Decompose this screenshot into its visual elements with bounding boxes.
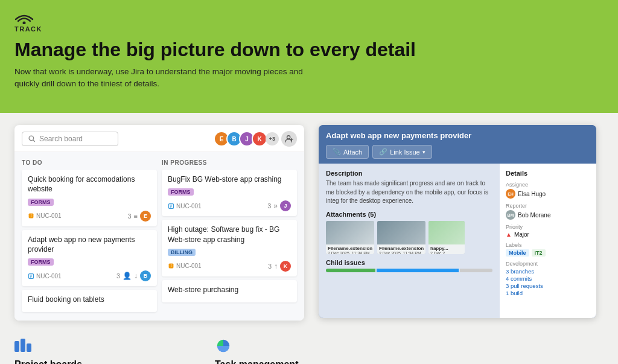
inprogress-column: IN PROGRESS BugFix BG Web-store app cras… [159, 157, 299, 316]
task-icons: 3 ≡ E [127, 211, 151, 222]
progress-bars [326, 269, 492, 272]
task-title: Fluid booking on tablets [28, 295, 151, 304]
attachment-thumb-3: happy... 2 Dec 2... [428, 221, 465, 254]
svg-rect-18 [14, 341, 19, 352]
dev-commits: 4 commits [506, 275, 590, 282]
child-issues-label: Child issues [326, 259, 492, 266]
task-tag: FORMS [168, 188, 194, 196]
attachment-thumb-2: Filename.extension 2 Dec 2025, 11:34 PM [377, 221, 425, 254]
link-issue-button[interactable]: 🔗 Link Issue ▾ [372, 145, 432, 159]
board-card: Search board E B J K +3 [14, 125, 304, 321]
warning-icon: ! [168, 263, 174, 269]
board-header: Search board E B J K +3 [14, 125, 304, 152]
svg-rect-20 [27, 343, 31, 352]
task-avatar: B [140, 270, 151, 281]
assignee-value: EH Elsa Hugo [506, 189, 590, 199]
detail-actions: 📎 Attach 🔗 Link Issue ▾ [326, 145, 589, 159]
detail-body: Description The team has made significan… [319, 164, 596, 318]
priority-name: Major [514, 231, 529, 238]
thumb-preview [377, 221, 425, 245]
task-card[interactable]: Quick booking for accomodations website … [22, 170, 157, 226]
link-icon: 🔗 [379, 148, 387, 156]
detail-main: Description The team has made significan… [319, 164, 500, 318]
thumb-preview [428, 221, 465, 245]
svg-text:!: ! [170, 264, 171, 268]
feature-boards-title: Project boards [14, 359, 82, 364]
task-meta: ! NUC-001 3 ↑ K [168, 261, 291, 272]
svg-point-0 [23, 22, 26, 25]
description-label: Description [326, 170, 492, 177]
progress-green [326, 269, 375, 272]
thumb-preview [326, 221, 374, 245]
inprogress-col-header: IN PROGRESS [162, 157, 297, 170]
assignee-name: Elsa Hugo [518, 191, 546, 197]
task-avatar: J [280, 200, 291, 211]
task-tag: FORMS [28, 258, 54, 266]
attach-icon: 📎 [333, 148, 341, 156]
task-card[interactable]: Adapt web app no new payments provider F… [22, 230, 157, 286]
search-box[interactable]: Search board [22, 132, 118, 146]
dev-builds: 1 build [506, 290, 590, 296]
avatar-plus: +3 [266, 132, 279, 145]
task-meta: ! NUC-001 3 ≡ E [28, 211, 151, 222]
priority-label: Priority [506, 224, 590, 230]
sidebar-reporter-row: Reporter BM Bob Morane [506, 203, 590, 220]
todo-column: TO DO Quick booking for accomodations we… [19, 157, 159, 316]
task-card[interactable]: BugFix BG Web-store app crashing FORMS N… [162, 170, 297, 216]
svg-line-2 [33, 140, 35, 142]
labels-label: Labels [506, 242, 590, 248]
reporter-name: Bob Morane [518, 212, 550, 219]
svg-rect-19 [21, 339, 25, 352]
feature-tasks: Task management [215, 339, 298, 364]
attachment-filename-3: happy... 2 Dec 2... [428, 244, 465, 254]
task-tag: BILLING [168, 249, 196, 256]
description-text: The team has made significant progress a… [326, 179, 492, 206]
sidebar-development-row: Development 3 branches 4 commits 3 pull … [506, 261, 590, 296]
task-card[interactable]: High outage: Software bug fix - BG Web-s… [162, 220, 297, 276]
task-meta: NUC-001 3 » J [168, 200, 291, 211]
reporter-label: Reporter [506, 203, 590, 209]
task-icons: 3 ↑ K [268, 261, 291, 272]
labels-value: Mobile IT2 [506, 249, 590, 257]
dev-branches: 3 branches [506, 268, 590, 275]
svg-point-3 [287, 136, 290, 139]
headline: Manage the big picture down to every det… [14, 39, 425, 61]
priority-icon: ▲ [506, 231, 512, 238]
subtext: Now that work is underway, use Jira to u… [14, 66, 328, 91]
task-title: BugFix BG Web-store app crashing [168, 174, 291, 184]
progress-gray [460, 269, 492, 272]
chevron-down-icon: ▾ [422, 149, 425, 155]
assignee-avatar: EH [506, 189, 515, 199]
feature-boards: Project boards [14, 339, 82, 364]
detail-sidebar: Details Assignee EH Elsa Hugo Reporter B… [500, 164, 596, 318]
tasks-icon [215, 339, 298, 357]
attachments-label: Attachments (5) [326, 211, 492, 218]
boards-icon [14, 339, 82, 357]
bottom-section: Search board E B J K +3 [0, 113, 618, 330]
task-avatar: K [280, 261, 291, 272]
task-card[interactable]: Web-store purchasing [162, 280, 297, 302]
board-columns: TO DO Quick booking for accomodations we… [14, 152, 304, 321]
priority-value: ▲ Major [506, 231, 590, 238]
label-mobile: Mobile [506, 249, 529, 257]
development-label: Development [506, 261, 590, 267]
detail-title: Adapt web app new payments provider [326, 131, 589, 140]
progress-blue [377, 269, 459, 272]
add-person-icon[interactable] [281, 131, 297, 147]
logo-area: TRACK [14, 11, 604, 33]
task-title: Quick booking for accomodations website [28, 174, 151, 194]
search-icon [28, 135, 36, 142]
attach-button[interactable]: 📎 Attach [326, 145, 369, 159]
sidebar-priority-row: Priority ▲ Major [506, 224, 590, 238]
task-id: ! NUC-001 [28, 212, 62, 219]
sidebar-labels-row: Labels Mobile IT2 [506, 242, 590, 257]
task-id: NUC-001 [168, 203, 202, 209]
reporter-avatar: BM [506, 210, 515, 220]
todo-col-header: TO DO [22, 157, 157, 170]
task-icons: 3 👤 ↓ B [116, 270, 151, 281]
track-logo-icon [14, 11, 34, 24]
task-card[interactable]: Fluid booking on tablets [22, 290, 157, 312]
task-title: Adapt web app no new payments provider [28, 235, 151, 254]
sidebar-title: Details [506, 170, 590, 177]
task-avatar: E [140, 211, 151, 222]
